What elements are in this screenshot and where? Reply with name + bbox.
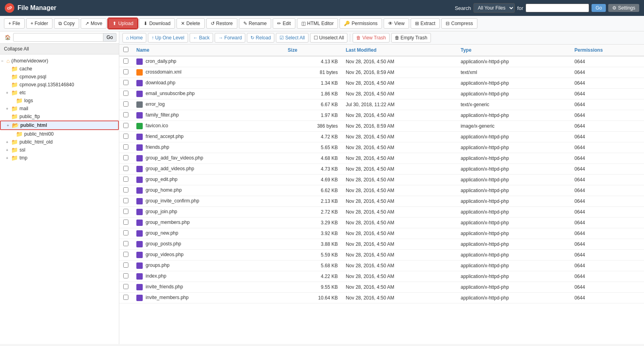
tree-item-cache[interactable]: 📁 cache	[0, 65, 119, 73]
row-filename[interactable]: group_posts.php	[145, 241, 181, 247]
row-filename[interactable]: invite_members.php	[145, 295, 188, 300]
row-filename[interactable]: group_members.php	[145, 220, 190, 225]
row-checkbox[interactable]	[123, 284, 128, 289]
row-checkbox[interactable]	[123, 91, 128, 96]
row-checkbox[interactable]	[123, 209, 128, 214]
download-button[interactable]: ⬇ Download	[139, 18, 175, 29]
row-filename[interactable]: crossdomain.xml	[145, 69, 181, 75]
permissions-button[interactable]: 🔑 Permissions	[339, 18, 382, 29]
tree-item-mail[interactable]: + 📁 mail	[0, 105, 119, 113]
row-filename[interactable]: groups.php	[145, 262, 169, 268]
move-button[interactable]: ↗ Move	[81, 18, 107, 29]
table-row[interactable]: email_unsubscribe.php 1.86 KB Nov 28, 20…	[119, 89, 644, 99]
delete-button[interactable]: ✕ Delete	[177, 18, 205, 29]
row-checkbox[interactable]	[123, 123, 128, 128]
tree-item-public-html-old[interactable]: + 📁 public_html_old	[0, 138, 119, 146]
table-row[interactable]: error_log 6.67 KB Jul 30, 2018, 11:22 AM…	[119, 99, 644, 110]
row-filename[interactable]: friends.php	[145, 144, 169, 150]
path-go-button[interactable]: Go	[103, 33, 116, 42]
compress-button[interactable]: ⊟ Compress	[441, 18, 477, 29]
header-checkbox[interactable]	[119, 45, 132, 56]
table-row[interactable]: group_videos.php 5.59 KB Nov 28, 2016, 4…	[119, 250, 644, 260]
row-filename[interactable]: friend_accept.php	[145, 134, 183, 139]
table-row[interactable]: group_new.php 3.92 KB Nov 28, 2016, 4:50…	[119, 228, 644, 239]
row-filename[interactable]: download.php	[145, 80, 175, 86]
home-button[interactable]: ⌂ Home	[122, 33, 146, 43]
table-row[interactable]: group_add_videos.php 4.73 KB Nov 28, 201…	[119, 164, 644, 175]
extract-button[interactable]: ⊞ Extract	[411, 18, 440, 29]
row-filename[interactable]: group_invite_confirm.php	[145, 198, 199, 204]
new-file-button[interactable]: + File	[4, 18, 25, 29]
tree-item-public-ftp[interactable]: 📁 public_ftp	[0, 113, 119, 121]
table-row[interactable]: download.php 1.34 KB Nov 28, 2016, 4:50 …	[119, 78, 644, 89]
row-checkbox[interactable]	[123, 101, 128, 107]
row-checkbox[interactable]	[123, 155, 128, 160]
row-filename[interactable]: group_join.php	[145, 209, 177, 214]
new-folder-button[interactable]: + Folder	[26, 18, 52, 29]
table-row[interactable]: group_home.php 6.62 KB Nov 28, 2016, 4:5…	[119, 185, 644, 196]
table-row[interactable]: group_members.php 3.29 KB Nov 28, 2016, …	[119, 218, 644, 228]
row-checkbox[interactable]	[123, 144, 128, 150]
path-input[interactable]: public_html	[13, 33, 103, 42]
restore-button[interactable]: ↺ Restore	[206, 18, 237, 29]
row-checkbox[interactable]	[123, 177, 128, 182]
row-filename[interactable]: favicon.ico	[145, 123, 168, 128]
row-filename[interactable]: invite_friends.php	[145, 284, 183, 290]
header-type[interactable]: Type	[457, 45, 570, 56]
table-row[interactable]: crossdomain.xml 81 bytes Nov 26, 2016, 8…	[119, 67, 644, 78]
row-filename[interactable]: group_home.php	[145, 187, 182, 193]
row-filename[interactable]: index.php	[145, 273, 166, 279]
row-checkbox[interactable]	[123, 252, 128, 257]
tree-item-cpmove2[interactable]: 📁 cpmove.psql.1358146840	[0, 81, 119, 89]
row-checkbox[interactable]	[123, 187, 128, 192]
row-filename[interactable]: email_unsubscribe.php	[145, 91, 194, 96]
row-checkbox[interactable]	[123, 69, 128, 74]
table-row[interactable]: invite_friends.php 9.55 KB Nov 28, 2016,…	[119, 282, 644, 293]
row-filename[interactable]: group_add_fav_videos.php	[145, 155, 203, 161]
row-checkbox[interactable]	[123, 241, 128, 246]
header-last-modified[interactable]: Last Modified	[342, 45, 457, 56]
search-input[interactable]	[526, 4, 589, 12]
tree-item-logs[interactable]: 📁 logs	[0, 97, 119, 105]
row-checkbox[interactable]	[123, 112, 128, 117]
header-size[interactable]: Size	[284, 45, 342, 56]
unselect-all-button[interactable]: ☐ Unselect All	[310, 33, 348, 43]
row-filename[interactable]: group_videos.php	[145, 252, 183, 257]
row-checkbox[interactable]	[123, 198, 128, 203]
search-scope-select[interactable]: All Your Files	[473, 3, 515, 13]
row-checkbox[interactable]	[123, 80, 128, 85]
html-editor-button[interactable]: ◫ HTML Editor	[297, 18, 338, 29]
view-trash-button[interactable]: 🗑 View Trash	[353, 33, 389, 43]
row-checkbox[interactable]	[123, 273, 128, 278]
tree-item-public-html[interactable]: + 📂 public_html	[0, 121, 119, 130]
tree-item-cpmove[interactable]: 📁 cpmove.psql	[0, 73, 119, 81]
tree-item-tmp[interactable]: + 📁 tmp	[0, 154, 119, 162]
table-row[interactable]: index.php 4.22 KB Nov 28, 2016, 4:50 AM …	[119, 271, 644, 282]
table-row[interactable]: family_filter.php 1.97 KB Nov 28, 2016, …	[119, 110, 644, 121]
empty-trash-button[interactable]: 🗑 Empty Trash	[391, 33, 431, 43]
view-button[interactable]: 👁 View	[384, 18, 409, 29]
table-row[interactable]: group_posts.php 3.88 KB Nov 28, 2016, 4:…	[119, 239, 644, 250]
header-permissions[interactable]: Permissions	[570, 45, 644, 56]
forward-button[interactable]: → Forward	[215, 33, 245, 43]
back-button[interactable]: ← Back	[190, 33, 213, 43]
row-filename[interactable]: cron_daily.php	[145, 58, 176, 64]
table-row[interactable]: group_join.php 2.72 KB Nov 28, 2016, 4:5…	[119, 207, 644, 218]
select-all-button[interactable]: ☑ Select All	[276, 33, 308, 43]
table-row[interactable]: cron_daily.php 4.13 KB Nov 28, 2016, 4:5…	[119, 56, 644, 67]
table-row[interactable]: group_invite_confirm.php 2.13 KB Nov 28,…	[119, 196, 644, 207]
row-checkbox[interactable]	[123, 134, 128, 139]
table-row[interactable]: groups.php 5.68 KB Nov 28, 2016, 4:50 AM…	[119, 260, 644, 271]
row-checkbox[interactable]	[123, 58, 128, 64]
header-name[interactable]: Name	[132, 45, 284, 56]
row-filename[interactable]: group_add_videos.php	[145, 166, 194, 171]
copy-button[interactable]: ⧉ Copy	[54, 18, 79, 29]
upload-button[interactable]: ⬆ Upload	[108, 18, 138, 29]
row-checkbox[interactable]	[123, 220, 128, 225]
rename-button[interactable]: ✎ Rename	[239, 18, 271, 29]
tree-item-public-html00[interactable]: 📁 public_html00	[0, 130, 119, 138]
row-filename[interactable]: family_filter.php	[145, 112, 178, 118]
table-row[interactable]: invite_members.php 10.64 KB Nov 28, 2016…	[119, 293, 644, 303]
table-row[interactable]: friend_accept.php 4.72 KB Nov 28, 2016, …	[119, 132, 644, 142]
row-filename[interactable]: group_edit.php	[145, 177, 177, 182]
